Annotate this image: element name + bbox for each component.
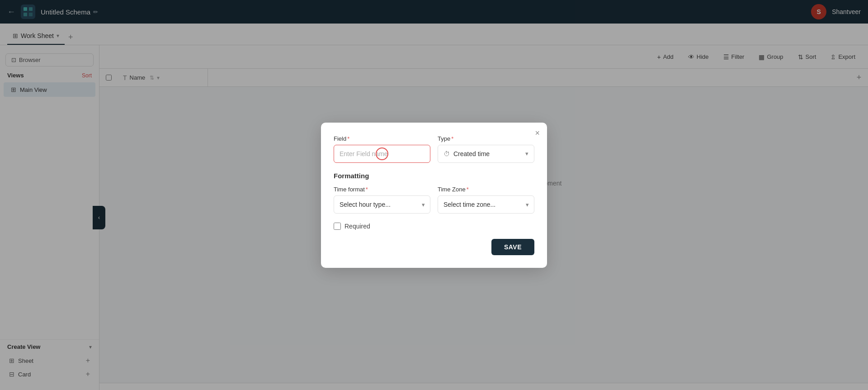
modal-overlay[interactable]: × Field* Type* ⏱ Created tim [0,0,868,390]
type-select-dropdown[interactable]: ⏱ Created time ▾ [438,145,534,163]
time-format-select[interactable]: Select hour type... 12-hour 24-hour [334,195,430,214]
type-label: Type* [438,135,534,142]
field-name-input[interactable] [334,145,430,163]
formatting-title: Formatting [334,172,534,180]
time-zone-label: Time Zone* [438,186,534,193]
field-type-row: Field* Type* ⏱ Created time ▾ [334,135,534,163]
time-zone-group: Time Zone* Select time zone... UTC EST P… [438,186,534,214]
required-row: Required [334,223,534,230]
time-format-group: Time format* Select hour type... 12-hour… [334,186,430,214]
type-group: Type* ⏱ Created time ▾ [438,135,534,163]
time-zone-select[interactable]: Select time zone... UTC EST PST [438,195,534,214]
modal-close-button[interactable]: × [535,129,540,137]
save-button[interactable]: SAVE [491,239,534,255]
field-name-group: Field* [334,135,430,163]
modal-footer: SAVE [334,239,534,255]
time-format-wrapper: Select hour type... 12-hour 24-hour ▾ [334,195,430,214]
clock-icon: ⏱ [443,150,450,157]
field-modal: × Field* Type* ⏱ Created tim [321,123,547,268]
formatting-row: Time format* Select hour type... 12-hour… [334,186,534,214]
required-checkbox[interactable] [334,223,341,230]
type-selected-value: Created time [453,150,490,157]
type-chevron-icon: ▾ [525,150,528,157]
required-label: Required [344,223,370,230]
time-zone-wrapper: Select time zone... UTC EST PST ▾ [438,195,534,214]
time-format-label: Time format* [334,186,430,193]
field-label: Field* [334,135,430,142]
